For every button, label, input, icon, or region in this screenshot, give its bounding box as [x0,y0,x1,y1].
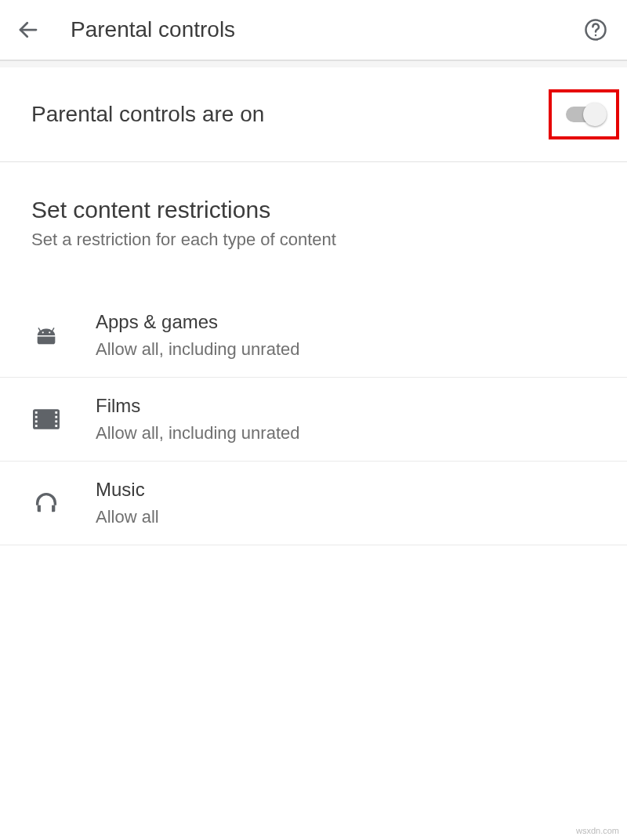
section-subtitle: Set a restriction for each type of conte… [31,230,596,250]
svg-rect-8 [55,411,57,414]
film-icon [31,404,61,434]
item-subtitle: Allow all, including unrated [96,339,300,360]
app-header: Parental controls [0,0,627,61]
toggle-highlight-box [549,89,619,139]
arrow-left-icon [16,18,40,42]
section-title: Set content restrictions [31,197,596,223]
item-title: Films [96,395,300,417]
spacer [0,262,627,294]
parental-toggle[interactable] [566,107,602,122]
svg-rect-7 [35,425,38,427]
svg-rect-9 [55,416,57,418]
item-text: Apps & games Allow all, including unrate… [96,311,300,360]
page-title: Parental controls [71,17,577,42]
back-button[interactable] [9,11,47,49]
svg-rect-10 [55,420,57,422]
item-films[interactable]: Films Allow all, including unrated [0,378,627,462]
svg-rect-11 [55,425,57,427]
svg-rect-4 [35,411,38,414]
svg-rect-6 [35,420,38,422]
item-text: Films Allow all, including unrated [96,395,300,444]
item-title: Music [96,479,159,501]
toggle-thumb [583,103,607,126]
help-button[interactable] [577,11,614,49]
item-apps-games[interactable]: Apps & games Allow all, including unrate… [0,294,627,378]
parental-toggle-row: Parental controls are on [0,67,627,162]
android-icon [31,320,61,350]
item-subtitle: Allow all [96,507,159,527]
help-icon [584,18,607,42]
svg-rect-5 [35,416,38,418]
spacer [0,162,627,190]
item-subtitle: Allow all, including unrated [96,423,300,444]
parental-toggle-label: Parental controls are on [31,102,264,127]
section-header: Set content restrictions Set a restricti… [0,190,627,262]
item-music[interactable]: Music Allow all [0,462,627,545]
divider [0,61,627,67]
watermark: wsxdn.com [576,826,619,835]
svg-point-2 [595,34,597,37]
item-text: Music Allow all [96,479,159,527]
item-title: Apps & games [96,311,300,333]
headphones-icon [31,488,61,518]
